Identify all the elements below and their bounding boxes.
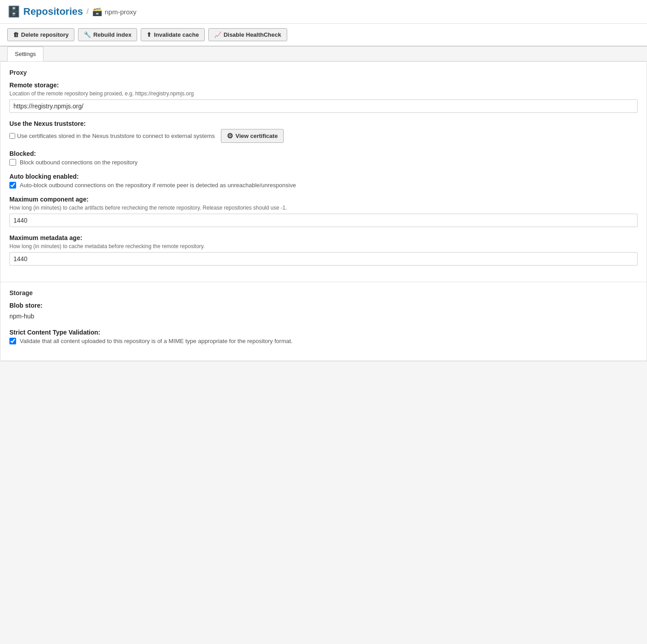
blob-store-field: Blob store: npm-hub: [9, 302, 638, 322]
repo-icon: 🗃️: [92, 7, 102, 17]
blocked-field: Blocked: Block outbound connections on t…: [9, 150, 638, 166]
max-component-age-label: Maximum component age:: [9, 196, 638, 203]
max-metadata-age-help: How long (in minutes) to cache metadata …: [9, 243, 638, 249]
auto-blocking-label: Auto blocking enabled:: [9, 173, 638, 180]
page-header: 🗄️ Repositories / 🗃️ npm-proxy: [0, 0, 647, 24]
blob-store-value: npm-hub: [9, 311, 638, 322]
auto-blocking-checkbox-label: Auto-block outbound connections on the r…: [20, 182, 296, 189]
auto-blocking-field: Auto blocking enabled: Auto-block outbou…: [9, 173, 638, 189]
strict-content-label: Strict Content Type Validation:: [9, 329, 638, 336]
truststore-row: Use certificates stored in the Nexus tru…: [9, 129, 638, 143]
nexus-truststore-label: Use the Nexus truststore:: [9, 120, 638, 127]
proxy-section-title: Proxy: [9, 69, 638, 76]
nexus-truststore-checkbox[interactable]: [9, 133, 15, 139]
rebuild-index-button[interactable]: 🔧 Rebuild index: [78, 28, 137, 41]
database-icon: 🗄️: [7, 5, 21, 18]
auto-blocking-checkbox[interactable]: [9, 182, 16, 189]
storage-section-title: Storage: [9, 289, 638, 296]
blocked-checkbox[interactable]: [9, 159, 16, 166]
trash-icon: 🗑: [13, 31, 19, 38]
invalidate-cache-button[interactable]: ⬆ Invalidate cache: [141, 28, 204, 41]
repositories-link[interactable]: Repositories: [23, 6, 83, 17]
tabs-bar: Settings: [0, 47, 647, 61]
upload-icon: ⬆: [147, 31, 151, 38]
max-metadata-age-input[interactable]: [9, 252, 638, 266]
toolbar: 🗑 Delete repository 🔧 Rebuild index ⬆ In…: [0, 24, 647, 47]
view-cert-label: View certificate: [235, 133, 277, 139]
invalidate-label: Invalidate cache: [154, 31, 198, 38]
storage-section: Storage Blob store: npm-hub Strict Conte…: [0, 282, 647, 361]
remote-storage-help: Location of the remote repository being …: [9, 90, 638, 97]
truststore-checkbox-label: Use certificates stored in the Nexus tru…: [17, 133, 215, 139]
repo-name: npm-proxy: [105, 8, 137, 16]
breadcrumb-repo: 🗃️ npm-proxy: [92, 7, 137, 17]
tab-settings[interactable]: Settings: [7, 47, 43, 61]
strict-content-row: Validate that all content uploaded to th…: [9, 338, 638, 344]
max-metadata-age-label: Maximum metadata age:: [9, 234, 638, 241]
delete-repository-button[interactable]: 🗑 Delete repository: [7, 28, 74, 41]
blocked-checkbox-label: Block outbound connections on the reposi…: [20, 159, 138, 166]
remote-storage-input[interactable]: [9, 99, 638, 113]
disable-healthcheck-button[interactable]: 📈 Disable HealthCheck: [208, 28, 287, 41]
max-component-age-input[interactable]: [9, 214, 638, 227]
view-certificate-button[interactable]: ⚙ View certificate: [221, 129, 283, 143]
disable-hc-label: Disable HealthCheck: [224, 31, 281, 38]
rebuild-label: Rebuild index: [93, 31, 131, 38]
remote-storage-field: Remote storage: Location of the remote r…: [9, 82, 638, 113]
settings-content: Proxy Remote storage: Location of the re…: [0, 61, 647, 361]
strict-content-checkbox-label: Validate that all content uploaded to th…: [20, 338, 293, 344]
remote-storage-label: Remote storage:: [9, 82, 638, 89]
delete-label: Delete repository: [21, 31, 69, 38]
blocked-label: Blocked:: [9, 150, 638, 157]
wrench-icon: 🔧: [84, 31, 91, 38]
max-component-age-help: How long (in minutes) to cache artifacts…: [9, 205, 638, 211]
breadcrumb-separator: /: [86, 8, 88, 16]
tab-settings-label: Settings: [15, 51, 36, 57]
auto-blocking-row: Auto-block outbound connections on the r…: [9, 182, 638, 189]
strict-content-checkbox[interactable]: [9, 338, 16, 344]
max-component-age-field: Maximum component age: How long (in minu…: [9, 196, 638, 227]
strict-content-field: Strict Content Type Validation: Validate…: [9, 329, 638, 344]
max-metadata-age-field: Maximum metadata age: How long (in minut…: [9, 234, 638, 266]
nexus-truststore-field: Use the Nexus truststore: Use certificat…: [9, 120, 638, 143]
blocked-row: Block outbound connections on the reposi…: [9, 159, 638, 166]
certificate-icon: ⚙: [227, 132, 233, 140]
chart-icon: 📈: [214, 31, 221, 38]
proxy-section: Proxy Remote storage: Location of the re…: [0, 62, 647, 282]
blob-store-label: Blob store:: [9, 302, 638, 309]
